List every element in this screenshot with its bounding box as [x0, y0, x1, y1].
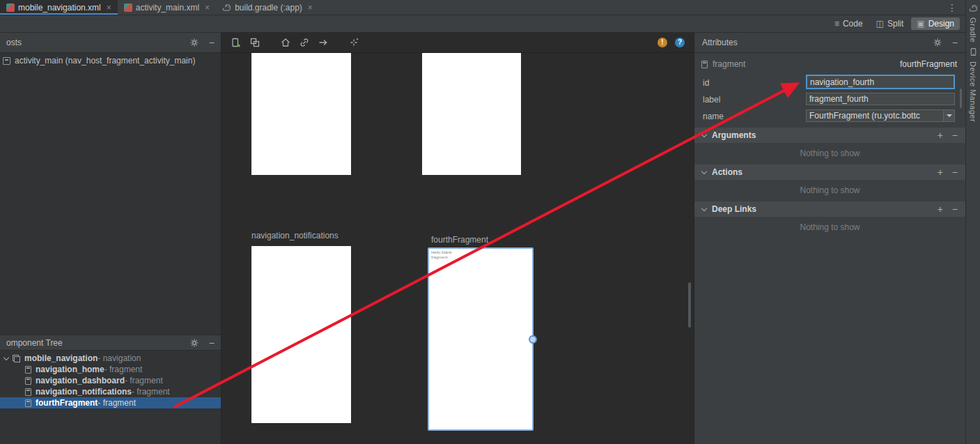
- chevron-down-icon: [701, 205, 707, 210]
- tree-item-name: navigation_home: [36, 365, 104, 374]
- remove-action-icon[interactable]: −: [952, 167, 958, 177]
- android-xml-file-icon: [6, 3, 15, 12]
- attributes-panel: Attributes − fragment fourthFragment id …: [694, 33, 965, 444]
- fragment-icon: [25, 388, 31, 396]
- android-xml-file-icon: [124, 3, 132, 12]
- tree-row[interactable]: navigation_notifications - fragment: [0, 386, 221, 397]
- component-tree-header: omponent Tree −: [0, 335, 221, 351]
- hide-panel-icon[interactable]: −: [952, 38, 958, 47]
- tree-item-name: mobile_navigation: [24, 353, 98, 363]
- fragment-preview-home[interactable]: [251, 53, 351, 175]
- tab-build-gradle[interactable]: build.gradle (:app) ×: [216, 0, 319, 15]
- nested-graph-icon[interactable]: [249, 37, 260, 48]
- id-attr-label: id: [703, 78, 709, 88]
- arguments-empty-text: Nothing to show: [694, 148, 965, 158]
- add-destination-icon[interactable]: [231, 37, 242, 48]
- actions-section-title: Actions: [712, 167, 742, 177]
- design-mode-button[interactable]: ▣ Design: [911, 17, 960, 30]
- actions-section-header[interactable]: Actions + −: [694, 164, 965, 180]
- help-icon[interactable]: ?: [675, 38, 685, 47]
- add-action-icon[interactable]: +: [938, 167, 943, 177]
- auto-arrange-icon[interactable]: [348, 37, 359, 48]
- tree-row-root[interactable]: mobile_navigation - navigation: [0, 353, 221, 364]
- tree-row[interactable]: navigation_home - fragment: [0, 364, 221, 375]
- design-icon: ▣: [917, 20, 924, 28]
- device-manager-icon[interactable]: [969, 47, 978, 56]
- id-field[interactable]: [806, 75, 955, 89]
- gradle-tool-button[interactable]: Gradle: [969, 17, 977, 43]
- fragment-label-fourth[interactable]: fourthFragment: [431, 235, 488, 245]
- tree-row[interactable]: navigation_dashboard - fragment: [0, 375, 221, 386]
- split-mode-button[interactable]: ◫ Split: [871, 17, 910, 30]
- design-canvas[interactable]: ! ? navigation_notifications fourthFragm…: [221, 33, 694, 444]
- tab-mobile-navigation-xml[interactable]: mobile_navigation.xml ×: [0, 0, 118, 15]
- label-attr-label: label: [703, 95, 720, 105]
- gear-icon[interactable]: [189, 38, 199, 47]
- action-arrow-icon[interactable]: [318, 37, 329, 48]
- component-tree-title: omponent Tree: [6, 338, 63, 348]
- remove-deep-link-icon[interactable]: −: [952, 204, 958, 214]
- close-tab-icon[interactable]: ×: [107, 3, 111, 13]
- design-mode-label: Design: [928, 19, 954, 29]
- warning-indicator-icon[interactable]: !: [658, 38, 667, 47]
- tree-item-name: fourthFragment: [36, 398, 98, 408]
- chevron-down-icon[interactable]: [943, 110, 954, 121]
- deep-link-icon[interactable]: [299, 37, 310, 48]
- component-type-label: fragment: [713, 59, 745, 69]
- tab-activity-main-xml[interactable]: activity_main.xml ×: [118, 0, 216, 15]
- canvas-scrollbar-thumb[interactable]: [688, 282, 691, 328]
- fragment-icon: [25, 366, 31, 374]
- editor-tab-bar: mobile_navigation.xml × activity_main.xm…: [0, 0, 965, 15]
- hide-panel-icon[interactable]: −: [209, 338, 215, 348]
- tree-row-selected[interactable]: fourthFragment - fragment: [0, 397, 221, 408]
- kebab-menu-icon[interactable]: ⋮: [947, 2, 965, 13]
- split-icon: ◫: [876, 20, 884, 28]
- android-studio-window: mobile_navigation.xml × activity_main.xm…: [0, 0, 980, 444]
- close-tab-icon[interactable]: ×: [308, 3, 313, 13]
- gear-icon[interactable]: [189, 338, 199, 348]
- deep-links-section-header[interactable]: Deep Links + −: [694, 201, 965, 217]
- tree-item-type: - fragment: [132, 387, 170, 397]
- add-argument-icon[interactable]: +: [938, 130, 943, 140]
- nav-host-item[interactable]: activity_main (nav_host_fragment_activit…: [3, 56, 195, 66]
- fragment-preview-text: Hello blank fragment: [431, 250, 463, 260]
- tab-label: mobile_navigation.xml: [18, 3, 101, 13]
- fragment-preview-dashboard[interactable]: [422, 53, 521, 175]
- code-mode-button[interactable]: ≡ Code: [829, 17, 869, 30]
- gear-icon[interactable]: [933, 38, 942, 47]
- chevron-down-icon: [701, 131, 707, 137]
- device-manager-tool-button[interactable]: Device Manager: [969, 61, 977, 122]
- editor-mode-toolbar: ≡ Code ◫ Split ▣ Design: [0, 15, 965, 33]
- tree-item-type: - fragment: [104, 365, 143, 374]
- close-tab-icon[interactable]: ×: [205, 3, 210, 13]
- hosts-panel: osts − activity_main (nav_host_fragment_…: [0, 33, 221, 335]
- hide-panel-icon[interactable]: −: [209, 38, 215, 47]
- actions-empty-text: Nothing to show: [694, 185, 965, 195]
- tree-item-type: - fragment: [98, 398, 136, 408]
- action-handle[interactable]: [529, 335, 537, 344]
- tree-item-name: navigation_dashboard: [36, 376, 125, 385]
- arguments-section-header[interactable]: Arguments + −: [694, 128, 965, 143]
- remove-argument-icon[interactable]: −: [952, 130, 958, 140]
- split-mode-label: Split: [887, 19, 903, 29]
- code-icon: ≡: [834, 20, 839, 28]
- fragment-icon: [701, 61, 708, 68]
- label-field[interactable]: [806, 93, 955, 105]
- hosts-panel-title: osts: [6, 38, 22, 47]
- panel-scrollbar-thumb[interactable]: [960, 89, 962, 108]
- tree-item-name: navigation_notifications: [36, 387, 132, 397]
- home-icon[interactable]: [280, 37, 291, 48]
- chevron-down-icon: [701, 168, 707, 174]
- name-dropdown[interactable]: FourthFragment (ru.yotc.bottc: [806, 109, 955, 122]
- chevron-down-icon[interactable]: [3, 354, 9, 360]
- fragment-icon: [25, 377, 31, 385]
- component-tree-panel: omponent Tree − mobile_navigation - navi…: [0, 335, 221, 444]
- fragment-preview-fourth-selected[interactable]: Hello blank fragment: [428, 247, 534, 431]
- code-mode-label: Code: [843, 19, 863, 29]
- right-tool-stripe: Gradle Device Manager: [965, 0, 980, 444]
- deep-links-empty-text: Nothing to show: [694, 222, 965, 232]
- gradle-icon[interactable]: [969, 3, 978, 13]
- fragment-label-notifications[interactable]: navigation_notifications: [251, 231, 339, 240]
- fragment-preview-notifications[interactable]: [251, 246, 351, 423]
- add-deep-link-icon[interactable]: +: [938, 204, 943, 214]
